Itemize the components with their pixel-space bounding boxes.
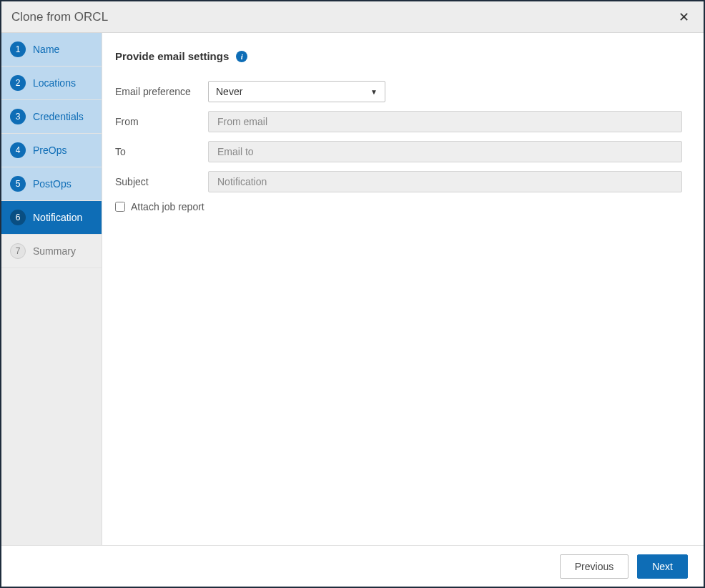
previous-button[interactable]: Previous	[560, 554, 628, 579]
step-label: Notification	[33, 212, 82, 223]
step-label: Locations	[33, 77, 76, 89]
chevron-down-icon: ▼	[370, 88, 378, 96]
from-input[interactable]	[208, 111, 682, 132]
wizard-body: 1Name2Locations3Credentials4PreOps5PostO…	[1, 33, 704, 545]
step-postops[interactable]: 5PostOps	[1, 167, 102, 201]
step-number: 2	[10, 75, 26, 91]
step-number: 6	[10, 210, 26, 225]
row-email-preference: Email preference Never ▼	[115, 81, 682, 102]
label-from: From	[115, 116, 208, 127]
step-number: 5	[10, 176, 26, 192]
wizard-window: Clone from ORCL ✕ 1Name2Locations3Creden…	[0, 0, 705, 588]
content-heading: Provide email settings	[115, 50, 229, 62]
step-label: Credentials	[33, 111, 84, 122]
email-preference-value: Never	[216, 86, 242, 97]
step-label: Summary	[33, 245, 76, 257]
to-input[interactable]	[208, 141, 682, 162]
subject-input[interactable]	[208, 171, 682, 192]
step-name[interactable]: 1Name	[1, 33, 102, 67]
step-number: 1	[10, 41, 26, 57]
row-subject: Subject	[115, 171, 682, 192]
label-to: To	[115, 146, 208, 157]
step-label: PostOps	[33, 178, 72, 190]
row-from: From	[115, 111, 682, 132]
wizard-sidebar: 1Name2Locations3Credentials4PreOps5PostO…	[1, 33, 102, 545]
titlebar: Clone from ORCL ✕	[1, 1, 704, 33]
attach-report-label[interactable]: Attach job report	[131, 201, 204, 212]
step-label: Name	[33, 44, 59, 55]
row-to: To	[115, 141, 682, 162]
step-label: PreOps	[33, 144, 66, 156]
attach-report-checkbox[interactable]	[115, 202, 125, 212]
content-heading-row: Provide email settings i	[115, 50, 682, 62]
step-locations[interactable]: 2Locations	[1, 67, 102, 100]
label-subject: Subject	[115, 176, 208, 187]
close-icon[interactable]: ✕	[674, 6, 694, 28]
wizard-content: Provide email settings i Email preferenc…	[102, 33, 704, 545]
step-number: 3	[10, 109, 26, 124]
step-preops[interactable]: 4PreOps	[1, 134, 102, 167]
step-credentials[interactable]: 3Credentials	[1, 100, 102, 134]
info-icon[interactable]: i	[236, 51, 247, 62]
row-attach-report: Attach job report	[115, 201, 682, 212]
email-preference-select[interactable]: Never ▼	[208, 81, 385, 102]
step-summary: 7Summary	[1, 235, 102, 268]
wizard-footer: Previous Next	[1, 545, 704, 587]
next-button[interactable]: Next	[637, 554, 688, 579]
step-number: 4	[10, 142, 26, 158]
step-number: 7	[10, 243, 26, 259]
label-email-preference: Email preference	[115, 86, 208, 97]
window-title: Clone from ORCL	[11, 10, 108, 24]
step-notification[interactable]: 6Notification	[1, 201, 102, 235]
